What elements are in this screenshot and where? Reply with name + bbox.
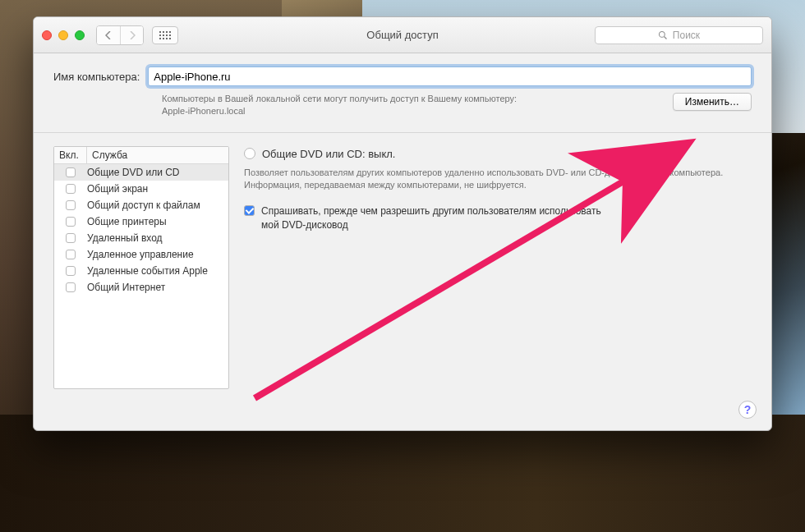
service-label: Общие DVD или CD: [87, 167, 228, 178]
service-row[interactable]: Общий экран: [54, 181, 228, 197]
search-icon: [658, 30, 668, 40]
service-label: Удаленные события Apple: [87, 265, 228, 277]
computer-name-section: Имя компьютера: Компьютеры в Вашей локал…: [34, 53, 771, 133]
main-area: Вкл. Служба Общие DVD или CD Общий экран…: [34, 133, 771, 430]
help-button[interactable]: ?: [738, 401, 757, 419]
edit-hostname-button[interactable]: Изменить…: [673, 93, 752, 111]
service-row[interactable]: Удаленный вход: [54, 230, 228, 246]
computer-name-description: Компьютеры в Вашей локальной сети могут …: [162, 93, 523, 117]
service-checkbox[interactable]: [66, 233, 76, 243]
search-placeholder: Поиск: [673, 30, 700, 41]
computer-name-label: Имя компьютера:: [53, 71, 140, 83]
grid-icon: [159, 31, 171, 39]
svg-line-1: [664, 36, 666, 39]
service-checkbox[interactable]: [66, 167, 76, 177]
service-checkbox[interactable]: [66, 184, 76, 194]
sharing-prefpane-window: Общий доступ Поиск Имя компьютера: Компь…: [33, 16, 772, 431]
service-checkbox[interactable]: [66, 250, 76, 259]
service-checkbox[interactable]: [66, 266, 76, 276]
service-row[interactable]: Удаленное управление: [54, 246, 228, 263]
service-label: Общий Интернет: [87, 282, 228, 293]
service-label: Общие принтеры: [87, 216, 228, 227]
service-checkbox[interactable]: [66, 282, 76, 292]
service-detail-pane: Общие DVD или CD: выкл. Позволяет пользо…: [244, 146, 752, 412]
forward-button[interactable]: [120, 26, 143, 44]
service-row[interactable]: Общие принтеры: [54, 213, 228, 230]
service-label: Удаленное управление: [87, 249, 228, 260]
computer-name-input[interactable]: [148, 66, 752, 86]
services-table-body: Общие DVD или CD Общий экран Общий досту…: [54, 164, 228, 296]
back-button[interactable]: [97, 26, 120, 44]
ask-before-allow-checkbox[interactable]: [244, 205, 255, 216]
service-row[interactable]: Общий Интернет: [54, 279, 228, 296]
service-row[interactable]: Общий доступ к файлам: [54, 197, 228, 213]
column-header-on[interactable]: Вкл.: [54, 147, 87, 163]
column-header-service[interactable]: Служба: [87, 147, 228, 163]
status-radio-off[interactable]: [244, 148, 255, 159]
service-label: Удаленный вход: [87, 232, 228, 244]
ask-before-allow-label: Спрашивать, прежде чем разрешить другим …: [261, 204, 606, 231]
svg-point-0: [659, 31, 665, 37]
show-all-button[interactable]: [152, 26, 178, 44]
window-controls: [42, 30, 85, 40]
zoom-window-button[interactable]: [75, 30, 85, 40]
service-row[interactable]: Общие DVD или CD: [54, 164, 228, 181]
service-label: Общий доступ к файлам: [87, 200, 228, 211]
titlebar: Общий доступ Поиск: [34, 17, 771, 53]
service-status-title: Общие DVD или CD: выкл.: [262, 148, 395, 160]
service-row[interactable]: Удаленные события Apple: [54, 263, 228, 279]
services-table: Вкл. Служба Общие DVD или CD Общий экран…: [53, 146, 229, 389]
service-checkbox[interactable]: [66, 200, 76, 210]
service-label: Общий экран: [87, 183, 228, 195]
services-table-header: Вкл. Служба: [54, 147, 228, 164]
service-status-description: Позволяет пользователям других компьютер…: [244, 167, 752, 192]
nav-segmented-control: [96, 25, 144, 45]
search-field[interactable]: Поиск: [595, 26, 763, 44]
service-checkbox[interactable]: [66, 217, 76, 227]
close-window-button[interactable]: [42, 30, 52, 40]
minimize-window-button[interactable]: [58, 30, 68, 40]
